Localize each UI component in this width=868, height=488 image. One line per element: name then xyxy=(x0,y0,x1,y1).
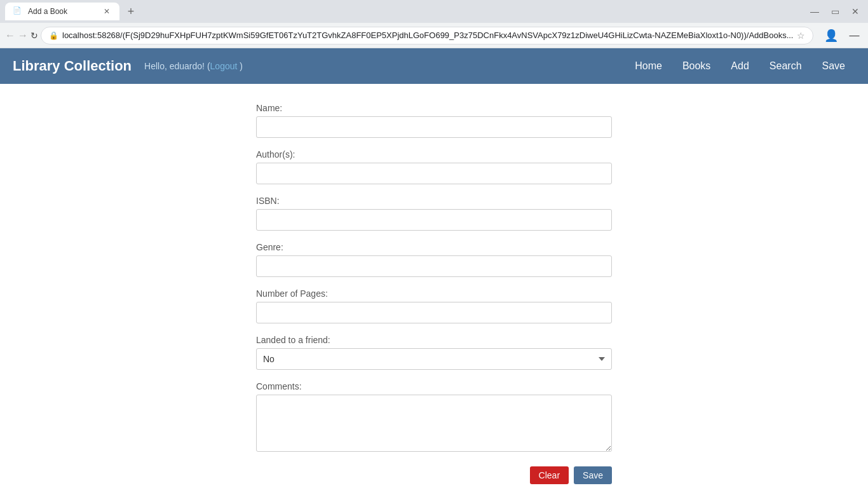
pages-field-group: Number of Pages: xyxy=(256,288,612,323)
genre-input[interactable] xyxy=(256,255,612,277)
toolbar-right: 👤 — ▭ ✕ ⋮ xyxy=(821,25,868,46)
greeting-prefix: Hello, eduardo! ( xyxy=(144,61,210,71)
bookmark-icon: ☆ xyxy=(797,30,805,41)
add-book-form-container: Name: Author(s): ISBN: Genre: Number of … xyxy=(243,103,625,484)
navbar-greeting: Hello, eduardo! (Logout ) xyxy=(144,61,243,71)
back-button[interactable]: ← xyxy=(5,25,15,46)
genre-field-group: Genre: xyxy=(256,242,612,277)
profile-button[interactable]: 👤 xyxy=(821,25,841,46)
clear-button[interactable]: Clear xyxy=(530,466,569,484)
tab-close-button[interactable]: ✕ xyxy=(102,6,112,17)
pages-input[interactable] xyxy=(256,302,612,323)
comments-textarea[interactable] xyxy=(256,395,612,452)
nav-item-books[interactable]: Books xyxy=(672,49,721,83)
nav-link-home[interactable]: Home xyxy=(625,49,672,83)
tab-favicon-icon: 📄 xyxy=(13,6,23,17)
logout-link[interactable]: Logout xyxy=(210,61,238,71)
nav-item-save[interactable]: Save xyxy=(812,49,855,83)
security-icon: 🔒 xyxy=(49,31,58,40)
greeting-suffix: ) xyxy=(237,61,243,71)
lended-select[interactable]: No Yes xyxy=(256,348,612,370)
authors-field-group: Author(s): xyxy=(256,149,612,184)
pages-label: Number of Pages: xyxy=(256,288,612,299)
isbn-input[interactable] xyxy=(256,209,612,231)
authors-label: Author(s): xyxy=(256,149,612,159)
nav-link-save[interactable]: Save xyxy=(812,49,855,83)
maximize-button[interactable]: ▭ xyxy=(827,4,843,19)
name-field-group: Name: xyxy=(256,103,612,138)
new-tab-button[interactable]: + xyxy=(122,3,140,20)
comments-field-group: Comments: xyxy=(256,381,612,454)
nav-link-search[interactable]: Search xyxy=(759,49,812,83)
app-content: Library Collection Hello, eduardo! (Logo… xyxy=(0,48,868,488)
navbar: Library Collection Hello, eduardo! (Logo… xyxy=(0,48,868,84)
minimize-button[interactable]: — xyxy=(807,4,822,19)
isbn-field-group: ISBN: xyxy=(256,196,612,231)
close-window-button[interactable]: ✕ xyxy=(848,4,863,19)
navbar-nav: Home Books Add Search Save xyxy=(625,49,855,83)
titlebar-controls: — ▭ ✕ xyxy=(807,4,863,19)
navbar-brand: Library Collection xyxy=(13,58,132,74)
browser-window: 📄 Add a Book ✕ + — ▭ ✕ ← → ↻ 🔒 localhost… xyxy=(0,0,868,488)
browser-titlebar: 📄 Add a Book ✕ + — ▭ ✕ xyxy=(0,0,868,23)
nav-link-books[interactable]: Books xyxy=(672,49,721,83)
comments-label: Comments: xyxy=(256,381,612,391)
address-bar[interactable]: 🔒 localhost:58268/(F(Sj9D29huFXHpFUH7zpt… xyxy=(41,27,813,44)
form-buttons: Clear Save xyxy=(256,466,612,484)
name-label: Name: xyxy=(256,103,612,113)
address-text: localhost:58268/(F(Sj9D29huFXHpFUH7zptKW… xyxy=(62,30,793,40)
authors-input[interactable] xyxy=(256,163,612,184)
save-button[interactable]: Save xyxy=(574,466,612,484)
lended-field-group: Landed to a friend: No Yes xyxy=(256,335,612,370)
isbn-label: ISBN: xyxy=(256,196,612,206)
nav-link-add[interactable]: Add xyxy=(721,49,759,83)
lended-label: Landed to a friend: xyxy=(256,335,612,345)
forward-button[interactable]: → xyxy=(18,25,28,46)
browser-toolbar: ← → ↻ 🔒 localhost:58268/(F(Sj9D29huFXHpF… xyxy=(0,23,868,48)
tab-title: Add a Book xyxy=(28,7,67,16)
nav-item-add[interactable]: Add xyxy=(721,49,759,83)
name-input[interactable] xyxy=(256,116,612,138)
refresh-button[interactable]: ↻ xyxy=(31,25,38,46)
browser-tab[interactable]: 📄 Add a Book ✕ xyxy=(5,3,119,20)
genre-label: Genre: xyxy=(256,242,612,252)
nav-item-search[interactable]: Search xyxy=(759,49,812,83)
nav-item-home[interactable]: Home xyxy=(625,49,672,83)
minimize-btn[interactable]: — xyxy=(844,25,864,46)
